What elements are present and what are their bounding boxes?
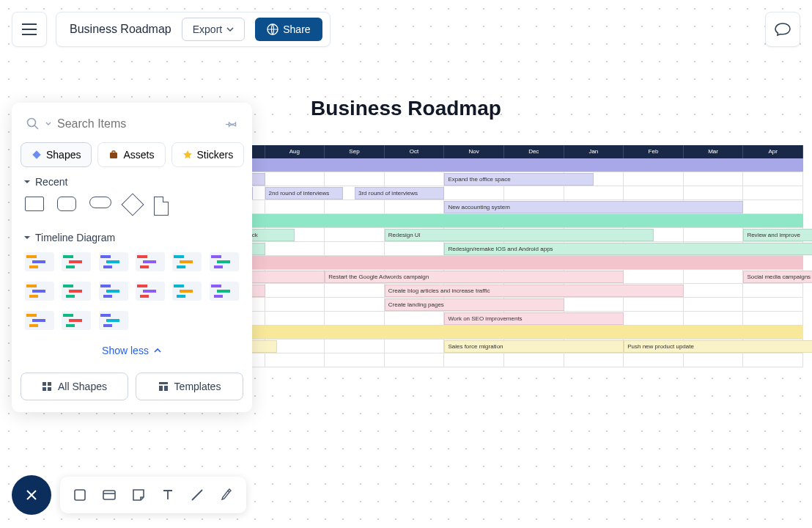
shape-pill[interactable]: [89, 197, 111, 208]
menu-button[interactable]: [12, 12, 47, 47]
roadmap-band: [205, 326, 803, 340]
svg-rect-4: [112, 151, 115, 153]
star-icon: [182, 150, 193, 160]
svg-rect-19: [177, 265, 185, 268]
pen-tool[interactable]: [214, 483, 239, 507]
tab-shapes[interactable]: Shapes: [21, 142, 92, 167]
search-input[interactable]: [57, 117, 220, 131]
timeline-template-thumb[interactable]: [210, 282, 239, 301]
roadmap-task[interactable]: Work on SEO improvements: [444, 312, 624, 325]
timeline-template-thumb[interactable]: [99, 311, 128, 330]
roadmap-task[interactable]: Redesign UI: [385, 229, 654, 241]
show-less-button[interactable]: Show less: [21, 337, 243, 364]
shape-rectangle[interactable]: [25, 197, 44, 211]
timeline-template-thumb[interactable]: [62, 311, 91, 330]
highlighter-icon: [219, 488, 234, 502]
roadmap-task[interactable]: Create blog articles and increase traffi…: [385, 285, 684, 297]
roadmap-timeline: JulAugSepOctNovDecJanFebMarApropment& PR…: [205, 145, 803, 367]
svg-rect-43: [29, 324, 38, 327]
svg-rect-37: [177, 295, 185, 298]
timeline-template-thumb[interactable]: [136, 252, 165, 271]
svg-rect-28: [66, 295, 75, 298]
timeline-template-thumb[interactable]: [25, 252, 54, 271]
svg-rect-50: [43, 382, 46, 386]
templates-button[interactable]: Templates: [136, 373, 243, 400]
shape-page[interactable]: [154, 197, 169, 216]
roadmap-task[interactable]: 2nd round of interviews: [265, 187, 343, 199]
roadmap-task[interactable]: Sales force migration: [444, 340, 624, 353]
square-icon: [73, 488, 87, 502]
card-tool[interactable]: [97, 483, 122, 507]
svg-rect-18: [180, 260, 193, 263]
svg-rect-9: [69, 260, 82, 263]
timeline-template-thumb[interactable]: [62, 252, 91, 271]
svg-rect-12: [106, 260, 119, 263]
timeline-template-thumb[interactable]: [25, 282, 54, 301]
pin-button[interactable]: [226, 118, 237, 130]
caret-down-icon[interactable]: [45, 122, 51, 126]
svg-rect-38: [211, 285, 221, 287]
svg-point-1: [28, 119, 36, 127]
chevron-up-icon: [153, 348, 162, 353]
svg-rect-47: [100, 314, 111, 317]
roadmap-task[interactable]: Create landing pages: [385, 298, 564, 311]
timeline-template-thumb[interactable]: [99, 282, 128, 301]
rectangle-tool[interactable]: [67, 483, 92, 507]
svg-rect-44: [63, 314, 73, 317]
roadmap-task[interactable]: Social media campaigns: [743, 271, 812, 283]
text-tool[interactable]: [155, 483, 180, 507]
roadmap-task[interactable]: Push new product update: [624, 340, 812, 353]
svg-rect-27: [69, 290, 82, 293]
svg-rect-16: [140, 265, 149, 268]
timeline-template-thumb[interactable]: [172, 252, 202, 271]
timeline-template-thumb[interactable]: [62, 282, 91, 301]
share-button[interactable]: Share: [255, 18, 322, 41]
timeline-header[interactable]: Timeline Diagram: [23, 232, 243, 243]
hamburger-icon: [22, 23, 37, 35]
timeline-template-thumb[interactable]: [25, 311, 54, 330]
line-tool[interactable]: [185, 483, 210, 507]
roadmap-task[interactable]: Redesign/remake IOS and Android apps: [444, 243, 812, 255]
document-title[interactable]: Business Roadmap: [70, 23, 171, 36]
svg-rect-42: [32, 319, 45, 322]
svg-rect-55: [159, 386, 163, 391]
tool-strip: [60, 477, 246, 513]
svg-rect-45: [69, 319, 82, 322]
svg-rect-33: [143, 290, 156, 293]
timeline-template-thumb[interactable]: [136, 282, 165, 301]
svg-rect-23: [26, 285, 37, 287]
svg-rect-52: [43, 387, 46, 391]
recent-header[interactable]: Recent: [23, 176, 243, 188]
month-header: Mar: [684, 145, 744, 158]
close-panel-button[interactable]: [12, 475, 51, 515]
roadmap-task[interactable]: Review and improve: [743, 229, 812, 241]
pin-icon: [226, 118, 237, 130]
chat-icon: [775, 22, 791, 37]
svg-rect-39: [217, 290, 230, 293]
month-header: Apr: [743, 145, 803, 158]
card-icon: [102, 488, 117, 502]
timeline-template-thumb[interactable]: [172, 282, 202, 301]
month-header: Sep: [325, 145, 385, 158]
shape-diamond[interactable]: [121, 193, 144, 216]
shape-rounded-rect[interactable]: [57, 197, 76, 211]
svg-rect-31: [103, 295, 112, 298]
roadmap-task[interactable]: New accounting system: [444, 201, 743, 213]
export-button[interactable]: Export: [182, 18, 245, 41]
tab-stickers[interactable]: Stickers: [171, 142, 245, 167]
timeline-template-thumb[interactable]: [99, 252, 128, 271]
svg-rect-34: [140, 295, 149, 298]
tab-assets[interactable]: Assets: [97, 142, 165, 167]
timeline-template-thumb[interactable]: [210, 252, 239, 271]
svg-rect-13: [103, 265, 112, 268]
roadmap-task[interactable]: Expand the office space: [444, 173, 594, 186]
canvas-title: Business Roadmap: [311, 97, 501, 120]
roadmap-task[interactable]: Restart the Google Adwords campaign: [325, 271, 624, 283]
share-label: Share: [283, 23, 310, 35]
sticky-tool[interactable]: [126, 483, 151, 507]
briefcase-icon: [108, 150, 119, 160]
all-shapes-button[interactable]: All Shapes: [21, 373, 128, 400]
chat-button[interactable]: [765, 12, 800, 47]
roadmap-task[interactable]: 3rd round of interviews: [355, 187, 444, 199]
caret-down-icon: [23, 235, 31, 241]
